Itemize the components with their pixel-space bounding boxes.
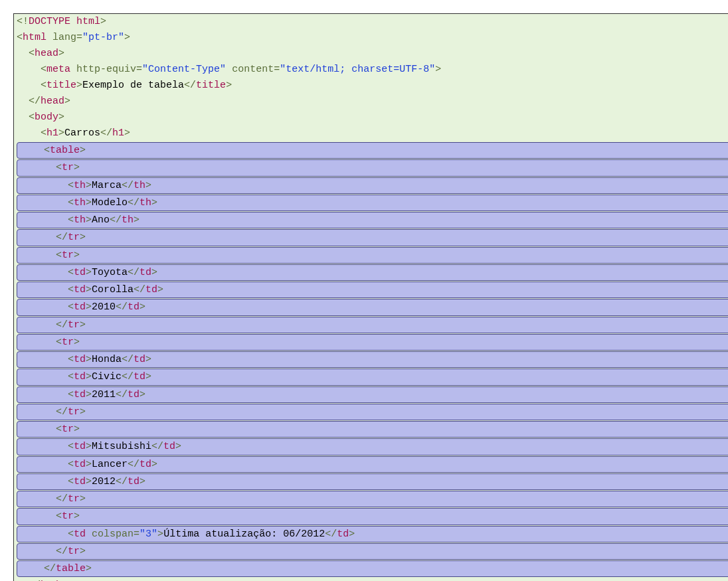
line-table-open: <table> xyxy=(17,142,728,159)
line-td: <td>Lancer</td> xyxy=(17,456,728,473)
line-td: <td>Honda</td> xyxy=(17,351,728,368)
line-td: <td>2011</td> xyxy=(17,386,728,403)
line-head-open: <head> xyxy=(14,46,728,62)
line-td: <td>Civic</td> xyxy=(17,369,728,385)
line-h1: <h1>Carros</h1> xyxy=(14,125,728,141)
code-block: <!DOCTYPE html> <html lang="pt-br"> <hea… xyxy=(13,13,728,581)
line-body-close: </body> xyxy=(14,578,728,581)
line-title: <title>Exemplo de tabela</title> xyxy=(14,78,728,94)
line-tr-close: </tr> xyxy=(17,404,728,420)
line-table-close: </table> xyxy=(17,560,728,577)
line-head-close: </head> xyxy=(14,94,728,110)
line-td: <td>Mitsubishi</td> xyxy=(17,438,728,455)
line-tr-close: </tr> xyxy=(17,543,728,560)
line-tr-close: </tr> xyxy=(17,229,728,246)
line-tr-open: <tr> xyxy=(17,159,728,176)
line-body-open: <body> xyxy=(14,110,728,125)
line-td: <td>Toyota</td> xyxy=(17,264,728,281)
line-tr-open: <tr> xyxy=(17,247,728,264)
line-th: <th>Modelo</th> xyxy=(17,195,728,211)
line-th: <th>Ano</th> xyxy=(17,212,728,228)
line-th: <th>Marca</th> xyxy=(17,177,728,194)
line-html-open: <html lang="pt-br"> xyxy=(14,30,728,46)
line-td: <td>Corolla</td> xyxy=(17,282,728,298)
line-tr-close: </tr> xyxy=(17,317,728,333)
line-tr-open: <tr> xyxy=(17,508,728,525)
line-doctype: <!DOCTYPE html> xyxy=(14,14,728,30)
line-tr-open: <tr> xyxy=(17,334,728,351)
line-meta: <meta http-equiv="Content-Type" content=… xyxy=(14,62,728,78)
line-tr-open: <tr> xyxy=(17,421,728,438)
line-td: <td>2010</td> xyxy=(17,299,728,315)
line-td-colspan: <td colspan="3">Última atualização: 06/2… xyxy=(17,526,728,542)
line-tr-close: </tr> xyxy=(17,491,728,507)
line-td: <td>2012</td> xyxy=(17,473,728,490)
